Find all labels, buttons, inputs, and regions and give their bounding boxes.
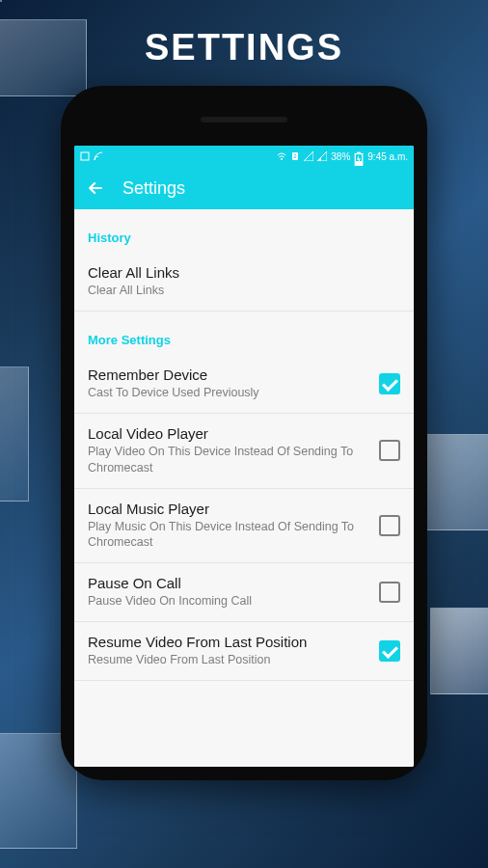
app-bar-title: Settings bbox=[122, 178, 185, 199]
item-pause-on-call[interactable]: Pause On Call Pause Video On Incoming Ca… bbox=[74, 563, 414, 622]
signal-icon-2 bbox=[317, 151, 327, 161]
phone-screen: 2 38% 9:45 a.m. Settings bbox=[74, 146, 414, 767]
status-bar: 2 38% 9:45 a.m. bbox=[74, 146, 414, 167]
phone-speaker bbox=[201, 117, 287, 122]
item-title: Local Music Player bbox=[88, 501, 369, 517]
checkbox-remember-device[interactable] bbox=[379, 373, 400, 394]
sim-icon: 2 bbox=[290, 151, 300, 161]
item-title: Pause On Call bbox=[88, 575, 369, 591]
section-header-more-settings: More Settings bbox=[74, 312, 414, 355]
checkbox-resume-video[interactable] bbox=[379, 640, 400, 662]
clock-time: 9:45 a.m. bbox=[367, 151, 408, 162]
svg-point-1 bbox=[281, 158, 283, 160]
back-icon[interactable] bbox=[86, 178, 105, 198]
battery-icon bbox=[354, 151, 364, 161]
item-title: Remember Device bbox=[88, 366, 369, 383]
checkbox-local-video-player[interactable] bbox=[379, 440, 400, 461]
item-subtitle: Clear All Links bbox=[88, 283, 391, 299]
phone-frame: 2 38% 9:45 a.m. Settings bbox=[61, 86, 427, 780]
item-title: Local Video Player bbox=[88, 425, 369, 442]
svg-rect-0 bbox=[81, 152, 89, 160]
wifi-icon bbox=[277, 151, 286, 161]
item-local-music-player[interactable]: Local Music Player Play Music On This De… bbox=[74, 489, 414, 564]
settings-content: History Clear All Links Clear All Links … bbox=[74, 209, 414, 767]
svg-rect-5 bbox=[357, 152, 361, 154]
app-notification-icon bbox=[80, 151, 90, 161]
item-subtitle: Play Music On This Device Instead Of Sen… bbox=[88, 519, 369, 552]
battery-percent: 38% bbox=[331, 151, 350, 162]
app-bar: Settings bbox=[74, 167, 414, 209]
item-resume-video[interactable]: Resume Video From Last Position Resume V… bbox=[74, 622, 414, 681]
page-title: SETTINGS bbox=[0, 0, 488, 68]
item-local-video-player[interactable]: Local Video Player Play Video On This De… bbox=[74, 414, 414, 489]
item-subtitle: Play Video On This Device Instead Of Sen… bbox=[88, 444, 369, 476]
checkbox-pause-on-call[interactable] bbox=[379, 582, 400, 603]
signal-icon bbox=[304, 151, 313, 161]
item-subtitle: Cast To Device Used Previously bbox=[88, 385, 369, 401]
section-header-history: History bbox=[74, 209, 414, 253]
item-title: Clear All Links bbox=[88, 264, 391, 281]
item-remember-device[interactable]: Remember Device Cast To Device Used Prev… bbox=[74, 355, 414, 414]
cast-icon bbox=[94, 151, 103, 161]
checkbox-local-music-player[interactable] bbox=[379, 515, 400, 536]
item-subtitle: Pause Video On Incoming Call bbox=[88, 593, 369, 610]
item-title: Resume Video From Last Position bbox=[88, 634, 369, 650]
item-clear-all-links[interactable]: Clear All Links Clear All Links bbox=[74, 253, 414, 312]
item-subtitle: Resume Video From Last Position bbox=[88, 652, 369, 668]
